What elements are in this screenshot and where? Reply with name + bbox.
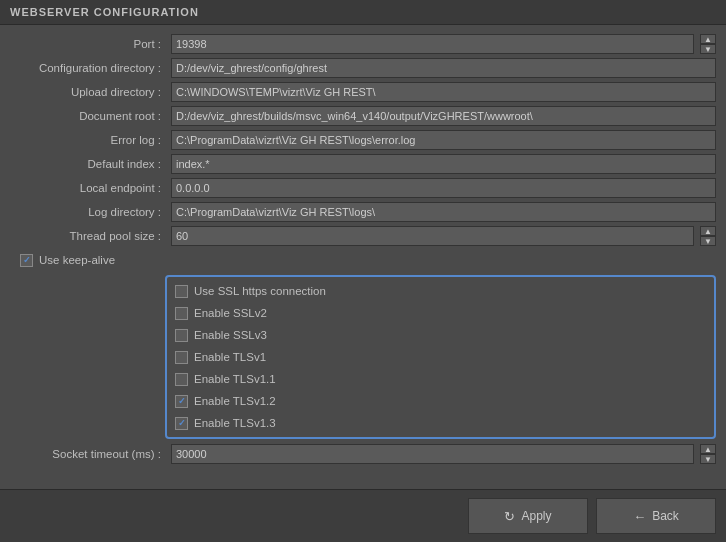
webserver-config-window: WEBSERVER CONFIGURATION Port : ▲ ▼ Confi…: [0, 0, 726, 542]
thread-pool-input[interactable]: [171, 226, 694, 246]
apply-button[interactable]: ↻ Apply: [468, 498, 588, 534]
socket-timeout-row: Socket timeout (ms) : ▲ ▼: [10, 443, 716, 465]
keep-alive-row: Use keep-alive: [20, 249, 716, 271]
tlsv1-2-row: Enable TLSv1.2: [175, 391, 706, 411]
back-icon: ←: [633, 509, 646, 524]
tlsv1-row: Enable TLSv1: [175, 347, 706, 367]
ssl-https-row: Use SSL https connection: [175, 281, 706, 301]
window-title: WEBSERVER CONFIGURATION: [10, 6, 199, 18]
tlsv1-1-label: Enable TLSv1.1: [194, 373, 276, 385]
socket-timeout-spinner-down[interactable]: ▼: [700, 454, 716, 464]
sslv3-row: Enable SSLv3: [175, 325, 706, 345]
sslv3-label: Enable SSLv3: [194, 329, 267, 341]
document-root-row: Document root :: [10, 105, 716, 127]
tlsv1-3-label: Enable TLSv1.3: [194, 417, 276, 429]
thread-pool-spinner: ▲ ▼: [700, 226, 716, 246]
error-log-row: Error log :: [10, 129, 716, 151]
error-log-label: Error log :: [10, 134, 165, 146]
document-root-input[interactable]: [171, 106, 716, 126]
socket-timeout-input[interactable]: [171, 444, 694, 464]
sslv2-row: Enable SSLv2: [175, 303, 706, 323]
ssl-https-label: Use SSL https connection: [194, 285, 326, 297]
ssl-https-checkbox[interactable]: [175, 285, 188, 298]
tlsv1-2-checkbox[interactable]: [175, 395, 188, 408]
tlsv1-1-row: Enable TLSv1.1: [175, 369, 706, 389]
error-log-input[interactable]: [171, 130, 716, 150]
sslv3-checkbox[interactable]: [175, 329, 188, 342]
local-endpoint-label: Local endpoint :: [10, 182, 165, 194]
default-index-label: Default index :: [10, 158, 165, 170]
thread-pool-spinner-down[interactable]: ▼: [700, 236, 716, 246]
config-dir-label: Configuration directory :: [10, 62, 165, 74]
port-label: Port :: [10, 38, 165, 50]
thread-pool-spinner-up[interactable]: ▲: [700, 226, 716, 236]
apply-icon: ↻: [504, 509, 515, 524]
default-index-row: Default index :: [10, 153, 716, 175]
config-dir-input[interactable]: [171, 58, 716, 78]
local-endpoint-input[interactable]: [171, 178, 716, 198]
port-spinner: ▲ ▼: [700, 34, 716, 54]
upload-dir-input[interactable]: [171, 82, 716, 102]
sslv2-checkbox[interactable]: [175, 307, 188, 320]
port-input[interactable]: [171, 34, 694, 54]
upload-dir-row: Upload directory :: [10, 81, 716, 103]
thread-pool-row: Thread pool size : ▲ ▼: [10, 225, 716, 247]
log-dir-row: Log directory :: [10, 201, 716, 223]
socket-timeout-spinner: ▲ ▼: [700, 444, 716, 464]
log-dir-input[interactable]: [171, 202, 716, 222]
ssl-section: Use SSL https connection Enable SSLv2 En…: [165, 275, 716, 439]
port-row: Port : ▲ ▼: [10, 33, 716, 55]
config-content: Port : ▲ ▼ Configuration directory : Upl…: [0, 25, 726, 489]
tlsv1-checkbox[interactable]: [175, 351, 188, 364]
footer: ↻ Apply ← Back: [0, 489, 726, 542]
back-button[interactable]: ← Back: [596, 498, 716, 534]
log-dir-label: Log directory :: [10, 206, 165, 218]
config-dir-row: Configuration directory :: [10, 57, 716, 79]
keep-alive-label: Use keep-alive: [39, 254, 115, 266]
sslv2-label: Enable SSLv2: [194, 307, 267, 319]
local-endpoint-row: Local endpoint :: [10, 177, 716, 199]
socket-timeout-spinner-up[interactable]: ▲: [700, 444, 716, 454]
tlsv1-label: Enable TLSv1: [194, 351, 266, 363]
thread-pool-label: Thread pool size :: [10, 230, 165, 242]
tlsv1-1-checkbox[interactable]: [175, 373, 188, 386]
apply-label: Apply: [521, 509, 551, 523]
port-spinner-up[interactable]: ▲: [700, 34, 716, 44]
socket-timeout-label: Socket timeout (ms) :: [10, 448, 165, 460]
tlsv1-3-row: Enable TLSv1.3: [175, 413, 706, 433]
document-root-label: Document root :: [10, 110, 165, 122]
default-index-input[interactable]: [171, 154, 716, 174]
tlsv1-3-checkbox[interactable]: [175, 417, 188, 430]
port-spinner-down[interactable]: ▼: [700, 44, 716, 54]
tlsv1-2-label: Enable TLSv1.2: [194, 395, 276, 407]
keep-alive-checkbox[interactable]: [20, 254, 33, 267]
back-label: Back: [652, 509, 679, 523]
title-bar: WEBSERVER CONFIGURATION: [0, 0, 726, 25]
upload-dir-label: Upload directory :: [10, 86, 165, 98]
